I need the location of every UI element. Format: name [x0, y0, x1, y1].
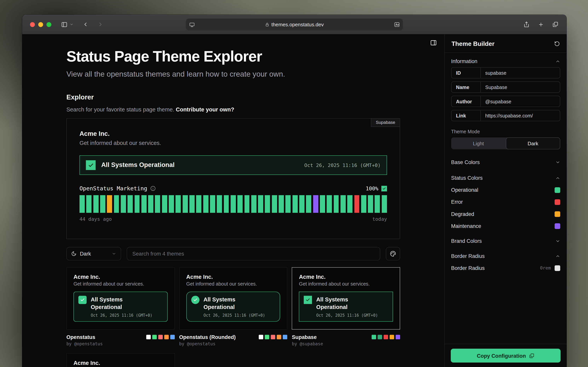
- tracker-bar[interactable]: [183, 195, 188, 213]
- tracker-bar[interactable]: [86, 195, 92, 213]
- share-icon[interactable]: [524, 21, 529, 27]
- chevron-up-icon: [555, 253, 560, 258]
- theme-swatch: [384, 335, 388, 339]
- contribute-link[interactable]: Contribute your own?: [176, 106, 234, 113]
- tracker-bar[interactable]: [258, 195, 263, 213]
- theme-card-openstatus[interactable]: Acme Inc. Get informed about our service…: [66, 267, 175, 329]
- tracker-bar[interactable]: [134, 195, 140, 213]
- sidebar-toggle-icon[interactable]: [61, 21, 67, 28]
- tracker-bar[interactable]: [279, 195, 284, 213]
- tracker-bar[interactable]: [285, 195, 291, 213]
- tracker-bar[interactable]: [368, 195, 373, 213]
- back-button[interactable]: [82, 21, 89, 27]
- forward-button[interactable]: [97, 21, 103, 27]
- tracker-bar[interactable]: [340, 195, 346, 213]
- tracker-bar[interactable]: [189, 195, 195, 213]
- color-swatch-maintenance[interactable]: [555, 223, 560, 229]
- tracker-bar[interactable]: [313, 195, 318, 213]
- tracker-bar[interactable]: [361, 195, 366, 213]
- browser-window: themes.openstatus.dev Status Page Theme …: [22, 15, 567, 367]
- tracker-bar[interactable]: [121, 195, 126, 213]
- info-icon[interactable]: [150, 186, 155, 191]
- tracker-bar[interactable]: [107, 195, 112, 213]
- info-value[interactable]: supabase: [481, 67, 560, 78]
- tracker-bar[interactable]: [169, 195, 174, 213]
- tracker-bar[interactable]: [292, 195, 298, 213]
- theme-mode-dropdown[interactable]: Dark: [66, 247, 121, 261]
- status-color-label: Operational: [451, 187, 478, 193]
- card-status-banner: All Systems Operational Oct 26, 2025 11:…: [299, 292, 393, 322]
- info-value[interactable]: @supabase: [481, 96, 560, 107]
- theme-card-openstatus-rounded[interactable]: Acme Inc. Get informed about our service…: [179, 267, 287, 329]
- tracker-bar[interactable]: [141, 195, 146, 213]
- section-brand-colors-label: Brand Colors: [451, 238, 482, 244]
- tracker-bar[interactable]: [203, 195, 208, 213]
- tracker-bar[interactable]: [244, 195, 250, 213]
- tab-overview-icon[interactable]: [552, 21, 558, 27]
- theme-swatch: [396, 335, 400, 339]
- reset-icon[interactable]: [554, 41, 560, 46]
- tracker-bar[interactable]: [217, 195, 222, 213]
- tracker-bar[interactable]: [210, 195, 215, 213]
- theme-swatch: [152, 335, 157, 339]
- section-border-radius[interactable]: Border Radius: [451, 253, 560, 259]
- status-color-row-error: Error: [451, 199, 560, 205]
- copy-configuration-button[interactable]: Copy Configuration: [451, 349, 561, 363]
- minimize-window-button[interactable]: [38, 22, 43, 27]
- tracker-bar[interactable]: [114, 195, 119, 213]
- new-tab-icon[interactable]: [538, 22, 544, 27]
- theme-search-input[interactable]: [127, 247, 380, 261]
- tracker-bar[interactable]: [375, 195, 380, 213]
- tracker-bar[interactable]: [196, 195, 201, 213]
- tracker-bar[interactable]: [251, 195, 256, 213]
- border-radius-label: Border Radius: [451, 265, 485, 271]
- border-radius-input[interactable]: [555, 265, 560, 271]
- tracker-bar[interactable]: [320, 195, 325, 213]
- address-bar[interactable]: themes.openstatus.dev: [185, 18, 403, 31]
- tab-group-chevron-icon[interactable]: [70, 22, 73, 26]
- tracker-bar[interactable]: [80, 195, 85, 213]
- tracker-bar[interactable]: [265, 195, 270, 213]
- tracker-bar[interactable]: [237, 195, 242, 213]
- border-radius-row: Border Radius 0rem: [451, 265, 560, 271]
- color-swatch-error[interactable]: [555, 199, 560, 205]
- tracker-bar[interactable]: [347, 195, 353, 213]
- color-swatch-degraded[interactable]: [555, 211, 560, 217]
- theme-mode-dark[interactable]: Dark: [506, 137, 560, 149]
- tracker-bar[interactable]: [334, 195, 339, 213]
- page-settings-icon[interactable]: [189, 22, 195, 27]
- palette-button[interactable]: [386, 247, 400, 261]
- tracker-bar[interactable]: [354, 195, 359, 213]
- explorer-description: Search for your favorite status page the…: [66, 106, 400, 113]
- color-swatch-operational[interactable]: [555, 187, 560, 193]
- tracker-bar[interactable]: [382, 195, 387, 213]
- theme-card-partial[interactable]: Acme Inc. Get informed about our service…: [66, 353, 175, 367]
- tracker-bar[interactable]: [155, 195, 160, 213]
- section-brand-colors[interactable]: Brand Colors: [451, 238, 560, 244]
- theme-card-supabase[interactable]: Acme Inc. Get informed about our service…: [292, 267, 400, 329]
- tracker-bar[interactable]: [272, 195, 277, 213]
- panel-collapse-icon[interactable]: [430, 40, 437, 46]
- translate-icon[interactable]: [394, 22, 400, 27]
- tracker-bar[interactable]: [148, 195, 153, 213]
- tracker-bar[interactable]: [93, 195, 98, 213]
- section-information[interactable]: Information: [451, 58, 560, 64]
- tracker-bar[interactable]: [128, 195, 133, 213]
- card-company-name: Acme Inc.: [186, 274, 280, 280]
- tracker-bar[interactable]: [231, 195, 236, 213]
- close-window-button[interactable]: [30, 22, 35, 27]
- section-border-radius-label: Border Radius: [451, 253, 485, 259]
- zoom-window-button[interactable]: [47, 22, 51, 27]
- tracker-bar[interactable]: [100, 195, 105, 213]
- tracker-bar[interactable]: [162, 195, 167, 213]
- info-value[interactable]: https://supabase.com/: [481, 110, 560, 121]
- tracker-bar[interactable]: [176, 195, 181, 213]
- section-base-colors[interactable]: Base Colors: [451, 159, 560, 165]
- info-value[interactable]: Supabase: [481, 82, 560, 92]
- tracker-bar[interactable]: [224, 195, 229, 213]
- tracker-bar[interactable]: [327, 195, 332, 213]
- section-status-colors[interactable]: Status Colors: [451, 175, 560, 181]
- tracker-bar[interactable]: [306, 195, 311, 213]
- theme-mode-light[interactable]: Light: [451, 137, 506, 149]
- tracker-bar[interactable]: [299, 195, 305, 213]
